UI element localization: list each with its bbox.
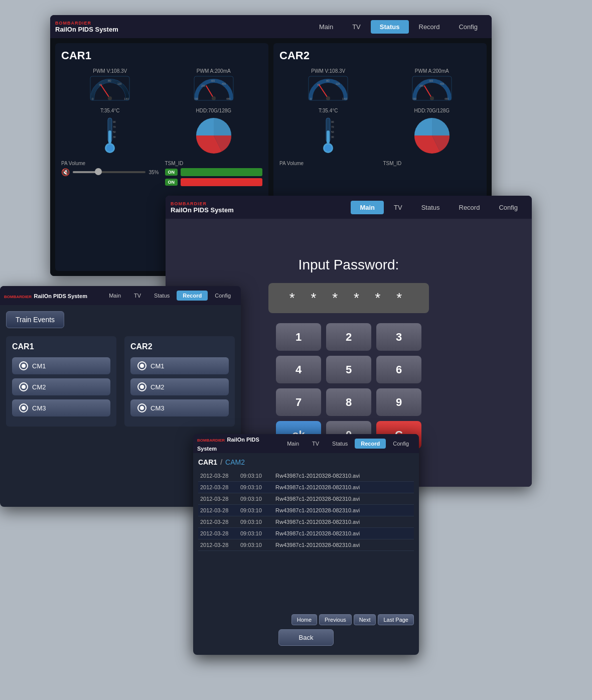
file-row[interactable]: 2012-03-2809:03:10Rw43987c1-20120328-082… xyxy=(198,470,414,482)
file-time: 09:03:10 xyxy=(240,484,275,490)
car1-bottom: T:35.4°C 90 70 50 30 HDD:70G/128G xyxy=(61,108,262,156)
car2-gauges: PWM V:108.3V 0 80 140 40 120 PWM A:200 xyxy=(279,68,481,103)
tab-record-events[interactable]: Record xyxy=(177,291,208,301)
key-5[interactable]: 5 xyxy=(326,356,371,383)
car1-cm1-button[interactable]: CM1 xyxy=(12,357,110,374)
car1-pie xyxy=(194,115,234,156)
car1-cm3-button[interactable]: CM3 xyxy=(12,399,110,416)
page-home-button[interactable]: Home xyxy=(291,614,317,625)
tab-tv-pw[interactable]: TV xyxy=(385,201,411,214)
tab-main-fl[interactable]: Main xyxy=(281,439,305,449)
svg-line-13 xyxy=(206,86,214,98)
car1-hdd: HDD:70G/128G xyxy=(165,108,263,156)
file-row[interactable]: 2012-03-2809:03:10Rw43987c1-20120328-082… xyxy=(198,482,414,493)
car2-title: CAR2 xyxy=(279,49,481,62)
tab-record-pw[interactable]: Record xyxy=(450,201,489,214)
car1-pa-pct: 35% xyxy=(149,170,159,175)
svg-point-19 xyxy=(106,145,113,152)
car2-hdd: HDD:70G/128G xyxy=(383,108,481,156)
speaker-icon: 🔇 xyxy=(61,168,70,176)
key-3[interactable]: 3 xyxy=(376,323,421,351)
file-row[interactable]: 2012-03-2809:03:10Rw43987c1-20120328-082… xyxy=(198,516,414,528)
file-name: Rw43987c1-20120328-082310.avi xyxy=(275,519,412,525)
svg-text:70: 70 xyxy=(113,125,116,128)
back-button[interactable]: Back xyxy=(278,629,334,646)
svg-text:200: 200 xyxy=(419,84,424,87)
tab-tv-events[interactable]: TV xyxy=(128,291,147,301)
key-6[interactable]: 6 xyxy=(376,356,421,383)
car1-cm2-button[interactable]: CM2 xyxy=(12,378,110,395)
file-row[interactable]: 2012-03-2809:03:10Rw43987c1-20120328-082… xyxy=(198,493,414,505)
brand-pw: BOMBARDIER xyxy=(171,201,234,206)
tab-status-status[interactable]: Status xyxy=(371,20,409,34)
tab-tv-status[interactable]: TV xyxy=(343,20,370,34)
pw-keypad: 1 2 3 4 5 6 7 8 9 ok 0 C xyxy=(276,323,421,449)
car1-cm1-label: CM1 xyxy=(32,362,46,370)
tsm-bar-1 xyxy=(181,168,262,176)
logo-events: BOMBARDIER RailOn PIDS System xyxy=(4,291,87,300)
svg-text:400: 400 xyxy=(440,82,445,85)
svg-line-30 xyxy=(319,85,328,98)
file-row[interactable]: 2012-03-2809:03:10Rw43987c1-20120328-082… xyxy=(198,528,414,539)
file-row[interactable]: 2012-03-2809:03:10Rw43987c1-20120328-082… xyxy=(198,505,414,516)
svg-line-38 xyxy=(424,86,432,98)
camera-icon-2 xyxy=(19,382,28,391)
brand-events: BOMBARDIER xyxy=(4,295,32,299)
file-name: Rw43987c1-20120328-082310.avi xyxy=(275,473,412,479)
svg-point-14 xyxy=(212,96,216,100)
tsm-btn-1: ON xyxy=(165,168,263,176)
nav-pw: Main TV Status Record Config xyxy=(241,201,527,214)
key-7[interactable]: 7 xyxy=(276,388,321,416)
tab-config-pw[interactable]: Config xyxy=(490,201,527,214)
car2-col-title: CAR2 xyxy=(130,342,229,351)
breadcrumb-cam: CAM2 xyxy=(225,458,245,466)
car2-cm2-button[interactable]: CM2 xyxy=(130,378,229,395)
svg-point-39 xyxy=(430,96,434,100)
breadcrumb-sep: / xyxy=(220,458,222,466)
car1-pa-volume: PA Volume 🔇 35% xyxy=(61,161,159,186)
page-next-button[interactable]: Next xyxy=(354,614,376,625)
car1-slider[interactable] xyxy=(73,171,145,173)
tab-status-fl[interactable]: Status xyxy=(326,439,354,449)
file-row[interactable]: 2012-03-2809:03:10Rw43987c1-20120328-082… xyxy=(198,539,414,551)
svg-text:120: 120 xyxy=(117,82,122,85)
tab-tv-fl[interactable]: TV xyxy=(306,439,325,449)
tab-status-events[interactable]: Status xyxy=(148,291,176,301)
car1-pwm-v: PWM V:108.3V 0 80 140 xyxy=(61,68,159,103)
tab-main-status[interactable]: Main xyxy=(310,20,342,34)
key-4[interactable]: 4 xyxy=(276,356,321,383)
train-events-button[interactable]: Train Events xyxy=(6,311,64,328)
camera-icon-6 xyxy=(137,403,146,412)
title-status: RailOn PIDS System xyxy=(55,26,118,33)
car1-slider-row: 🔇 35% xyxy=(61,168,159,176)
key-9[interactable]: 9 xyxy=(376,388,421,416)
file-date: 2012-03-28 xyxy=(200,473,240,479)
car2-speedometer-v: 0 80 140 40 120 xyxy=(308,76,348,101)
car2-pwm-v: PWM V:108.3V 0 80 140 40 120 xyxy=(279,68,377,103)
car1-title: CAR1 xyxy=(61,49,262,62)
camera-icon-5 xyxy=(137,382,146,391)
tab-record-status[interactable]: Record xyxy=(410,20,449,34)
file-time: 09:03:10 xyxy=(240,496,275,502)
key-8[interactable]: 8 xyxy=(326,388,371,416)
tsm-bar-2 xyxy=(181,178,262,186)
car2-cm1-button[interactable]: CM1 xyxy=(130,357,229,374)
tab-config-status[interactable]: Config xyxy=(450,20,487,34)
car1-tsm: TSM_ID ON ON xyxy=(165,161,263,186)
file-time: 09:03:10 xyxy=(240,507,275,513)
nav-filelist: Main TV Status Record Config xyxy=(280,439,415,449)
page-last-button[interactable]: Last Page xyxy=(378,614,414,625)
car2-cm3-button[interactable]: CM3 xyxy=(130,399,229,416)
tab-main-events[interactable]: Main xyxy=(103,291,127,301)
titlebar-pw: BOMBARDIER RailOn PIDS System Main TV St… xyxy=(166,196,532,219)
tab-config-events[interactable]: Config xyxy=(209,291,237,301)
tab-record-fl[interactable]: Record xyxy=(355,439,386,449)
svg-text:70: 70 xyxy=(331,125,334,128)
tab-main-pw[interactable]: Main xyxy=(351,201,384,214)
page-previous-button[interactable]: Previous xyxy=(319,614,352,625)
tab-status-pw[interactable]: Status xyxy=(412,201,449,214)
key-2[interactable]: 2 xyxy=(326,323,371,351)
key-1[interactable]: 1 xyxy=(276,323,321,351)
cars-row: CAR1 CM1 CM2 CM3 CAR2 CM1 xyxy=(6,336,235,427)
tab-config-fl[interactable]: Config xyxy=(387,439,415,449)
